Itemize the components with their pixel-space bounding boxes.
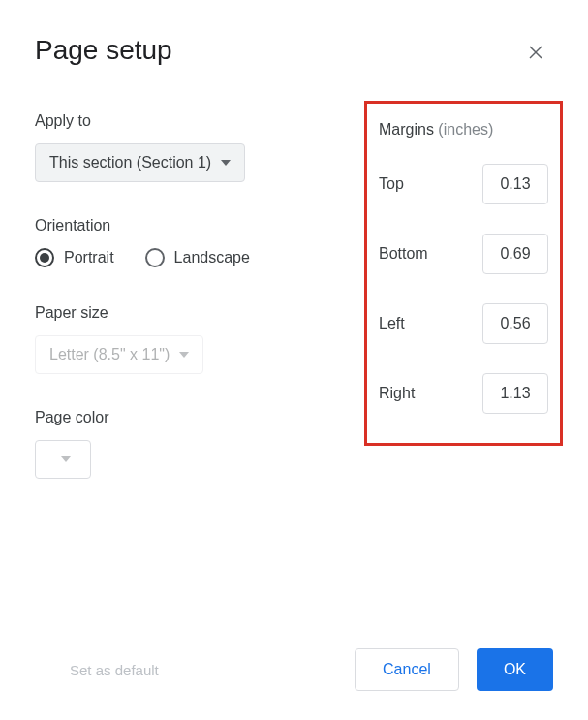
set-default-button[interactable]: Set as default: [70, 662, 159, 678]
margins-label: Margins: [379, 121, 434, 138]
page-color-label: Page color: [35, 409, 316, 426]
apply-to-dropdown[interactable]: This section (Section 1): [35, 143, 245, 182]
portrait-label: Portrait: [64, 249, 114, 266]
margin-right-input[interactable]: [482, 373, 548, 414]
margin-bottom-input[interactable]: [482, 234, 548, 274]
orientation-label: Orientation: [35, 217, 316, 235]
margins-unit: (inches): [438, 121, 493, 138]
paper-size-label: Paper size: [35, 304, 316, 322]
margin-top-input[interactable]: [482, 164, 548, 204]
close-icon: [527, 44, 544, 61]
margin-bottom-label: Bottom: [379, 245, 428, 263]
paper-size-dropdown: Letter (8.5" x 11"): [35, 335, 203, 374]
close-button[interactable]: [524, 41, 547, 64]
orientation-portrait-radio[interactable]: Portrait: [35, 248, 114, 267]
apply-to-label: Apply to: [35, 112, 316, 130]
margin-right-label: Right: [379, 385, 415, 402]
margin-left-label: Left: [379, 315, 405, 332]
radio-icon: [145, 248, 165, 267]
chevron-down-icon: [221, 160, 231, 166]
radio-icon: [35, 248, 54, 267]
landscape-label: Landscape: [174, 249, 250, 266]
margin-left-input[interactable]: [482, 303, 548, 344]
paper-size-selected: Letter (8.5" x 11"): [49, 346, 170, 363]
margins-highlight-box: Margins (inches) Top Bottom Left Right: [364, 101, 563, 446]
margin-top-label: Top: [379, 175, 404, 193]
dialog-title: Page setup: [35, 35, 553, 66]
chevron-down-icon: [61, 456, 71, 462]
orientation-landscape-radio[interactable]: Landscape: [145, 248, 250, 267]
ok-button[interactable]: OK: [477, 648, 553, 691]
page-color-picker[interactable]: [35, 440, 91, 479]
chevron-down-icon: [179, 352, 189, 358]
apply-to-selected: This section (Section 1): [49, 154, 211, 172]
cancel-button[interactable]: Cancel: [355, 648, 459, 691]
